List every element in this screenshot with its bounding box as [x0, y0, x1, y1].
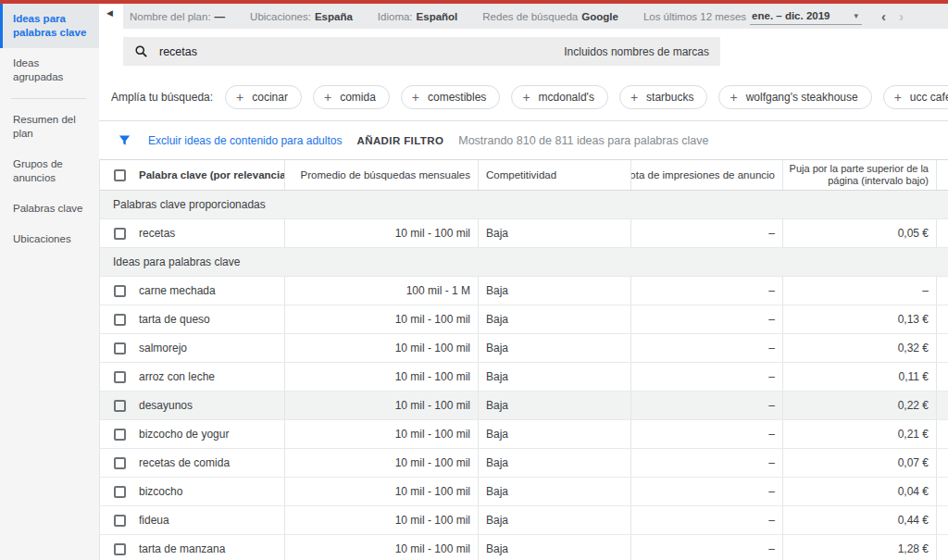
row-checkbox[interactable] [114, 543, 126, 555]
keyword-cell: fideua [139, 514, 169, 527]
row-checkbox[interactable] [114, 515, 126, 527]
sidebar-item-ideas-palabras-clave[interactable]: Ideas para palabras clave [0, 4, 99, 48]
previous-period-icon[interactable]: ‹ [875, 11, 892, 22]
top-bid-cell: 0,07 € [783, 449, 937, 477]
funnel-icon[interactable] [118, 133, 131, 147]
sidebar-item-ubicaciones[interactable]: Ubicaciones [0, 224, 99, 255]
plan-name-setting[interactable]: Nombre del plan: — [130, 11, 225, 22]
table-header-row: Palabra clave (por relevancia) ↓ Promedi… [100, 159, 948, 191]
chip-cocinar[interactable]: + cocinar [225, 85, 302, 109]
searches-cell: 10 mil - 100 mil [285, 392, 479, 419]
row-checkbox[interactable] [114, 342, 126, 355]
keyword-search-bar[interactable]: recetas Incluidos nombres de marcas [123, 37, 720, 66]
keyword-cell: tarta de queso [139, 313, 210, 326]
table-row-recetas[interactable]: recetas 10 mil - 100 mil Baja – 0,05 € [100, 219, 948, 248]
chip-label: cocinar [252, 91, 288, 104]
top-bid-cell: 0,44 € [783, 506, 937, 534]
table-row-carne-mechada[interactable]: carne mechada 100 mil - 1 M Baja – – [100, 277, 948, 305]
search-query-text[interactable]: recetas [159, 45, 564, 58]
keyword-cell: tarta de manzana [139, 542, 225, 555]
searches-cell: 10 mil - 100 mil [285, 334, 479, 362]
competition-cell: Baja [479, 277, 631, 305]
networks-value: Google [581, 11, 618, 22]
keyword-cell: recetas de comida [139, 456, 230, 469]
keyword-ideas-table: Palabra clave (por relevancia) ↓ Promedi… [99, 159, 948, 560]
top-bid-label-line1: Puja por la parte superior de la [790, 163, 929, 174]
row-checkbox[interactable] [114, 429, 126, 441]
locations-setting[interactable]: Ubicaciones: España [250, 11, 353, 22]
next-period-icon[interactable]: › [892, 11, 910, 22]
chip-mcdonalds[interactable]: + mcdonald's [511, 85, 608, 109]
table-row-desayunos[interactable]: desayunos 10 mil - 100 mil Baja – 0,22 € [100, 392, 948, 420]
exclude-adult-content-link[interactable]: Excluir ideas de contenido para adultos [148, 134, 342, 147]
competition-cell: Baja [479, 392, 631, 419]
table-row-fideua[interactable]: fideua 10 mil - 100 mil Baja – 0,44 € [100, 506, 948, 535]
table-row-tarta-de-manzana[interactable]: tarta de manzana 10 mil - 100 mil Baja –… [100, 535, 948, 560]
clipped-cell [937, 363, 948, 391]
select-all-checkbox[interactable] [114, 169, 126, 181]
competition-cell: Baja [479, 219, 631, 247]
language-setting[interactable]: Idioma: Español [378, 11, 457, 22]
table-row-tarta-de-queso[interactable]: tarta de queso 10 mil - 100 mil Baja – 0… [100, 305, 948, 334]
sidebar-item-grupos-de-anuncios[interactable]: Grupos de anuncios [0, 149, 99, 193]
clipped-cell [937, 392, 948, 419]
row-checkbox[interactable] [114, 400, 126, 412]
locations-value: España [315, 11, 353, 22]
sidebar-divider [11, 98, 86, 99]
competition-column-header[interactable]: Competitividad [479, 160, 631, 190]
row-checkbox[interactable] [114, 285, 126, 297]
impression-share-cell: – [631, 219, 783, 247]
table-row-arroz-con-leche[interactable]: arroz con leche 10 mil - 100 mil Baja – … [100, 363, 948, 392]
language-value: Español [417, 11, 458, 22]
keyword-cell: bizcocho de yogur [139, 428, 229, 441]
impression-share-cell: – [631, 535, 783, 560]
add-filter-button[interactable]: AÑADIR FILTRO [356, 135, 443, 146]
table-row-bizcocho[interactable]: bizcocho 10 mil - 100 mil Baja – 0,04 € [100, 478, 948, 506]
sidebar-item-ideas-agrupadas[interactable]: Ideas agrupadas [0, 48, 99, 93]
chip-starbucks[interactable]: + starbucks [619, 85, 708, 109]
row-checkbox[interactable] [114, 228, 126, 240]
plus-icon: + [412, 90, 419, 105]
table-row-recetas-de-comida[interactable]: recetas de comida 10 mil - 100 mil Baja … [100, 449, 948, 478]
include-brands-toggle[interactable]: Incluidos nombres de marcas [564, 45, 709, 58]
keyword-planner-app: Ideas para palabras clave Ideas agrupada… [0, 0, 948, 560]
impression-share-cell: – [631, 392, 783, 419]
impression-share-cell: – [631, 506, 783, 534]
top-bid-cell: 1,28 € [783, 535, 937, 560]
plan-name-label: Nombre del plan: [130, 11, 211, 22]
table-row-salmorejo[interactable]: salmorejo 10 mil - 100 mil Baja – 0,32 € [100, 334, 948, 363]
row-checkbox[interactable] [114, 371, 126, 383]
period-label: Los últimos 12 meses [643, 11, 746, 22]
top-bid-cell: 0,04 € [783, 478, 937, 505]
table-row-bizcocho-de-yogur[interactable]: bizcocho de yogur 10 mil - 100 mil Baja … [100, 420, 948, 449]
competition-cell: Baja [479, 478, 631, 505]
chip-comestibles[interactable]: + comestibles [401, 85, 501, 109]
top-bid-cell: 0,32 € [783, 334, 937, 362]
clipped-cell [937, 219, 948, 247]
plus-icon: + [894, 90, 902, 105]
row-checkbox[interactable] [114, 457, 126, 469]
keyword-column-header[interactable]: Palabra clave (por relevancia) ↓ [100, 160, 285, 190]
searches-column-header[interactable]: Promedio de búsquedas mensuales [285, 160, 479, 190]
chip-ucc-cafe-terrace[interactable]: + ucc cafe terrace [883, 85, 948, 109]
sidebar-item-palabras-clave[interactable]: Palabras clave [0, 193, 99, 224]
top-bid-cell: 0,11 € [783, 363, 937, 391]
plus-icon: + [324, 90, 331, 105]
row-checkbox[interactable] [114, 486, 126, 498]
impression-share-column-header[interactable]: Cuota de impresiones de anuncio [631, 160, 783, 190]
clipped-cell [937, 506, 948, 534]
section-header-keyword-ideas: Ideas para palabras clave [100, 248, 948, 277]
sidebar-item-resumen-del-plan[interactable]: Resumen del plan [0, 105, 99, 149]
filter-bar: Excluir ideas de contenido para adultos … [99, 121, 948, 159]
chip-wolfgangs-steakhouse[interactable]: + wolfgang's steakhouse [718, 85, 871, 109]
searches-cell: 10 mil - 100 mil [285, 305, 479, 333]
search-icon [134, 44, 148, 58]
date-range-dropdown[interactable]: ene. – dic. 2019 ▾ [750, 7, 862, 25]
top-bid-cell: 0,13 € [783, 305, 937, 333]
row-checkbox[interactable] [114, 314, 126, 326]
top-bid-column-header[interactable]: Puja por la parte superior de la página … [783, 160, 937, 190]
period-label-group: Los últimos 12 meses [643, 11, 746, 22]
collapse-panel-icon[interactable]: ◀ [106, 8, 113, 18]
networks-setting[interactable]: Redes de búsqueda Google [482, 11, 618, 22]
chip-comida[interactable]: + comida [313, 85, 390, 109]
